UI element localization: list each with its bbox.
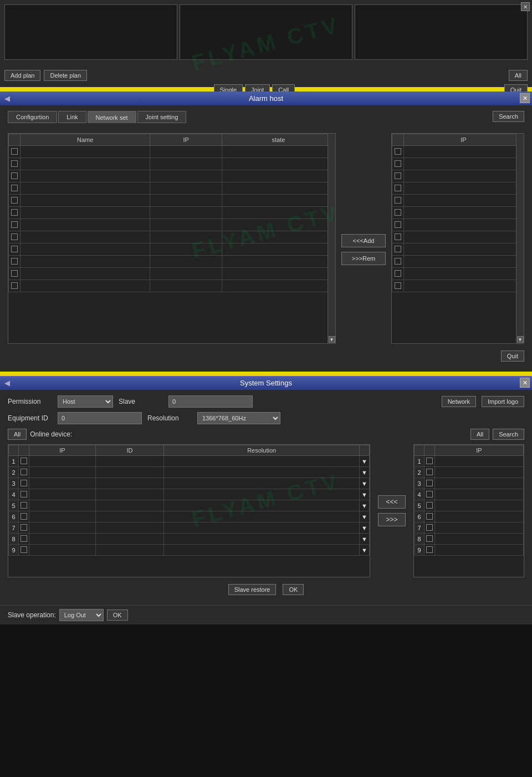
left-table-scrollbar[interactable]: ▼ (328, 134, 335, 343)
tab-link[interactable]: Link (58, 111, 86, 123)
preview-box-3 (355, 4, 528, 60)
table-row: 2 (415, 467, 524, 478)
col-resolution-device: Resolution (164, 445, 360, 456)
table-row (392, 268, 524, 280)
delete-plan-button[interactable]: Delete plan (44, 70, 87, 81)
table-row: 1▼ (9, 456, 370, 467)
table-row (392, 256, 524, 268)
slave-op-row: Slave operation: Log Out OK (0, 605, 532, 624)
alarm-host-title-bar: ◀ Alarm host ✕ (0, 92, 532, 105)
section1-panel: FLYAM CTV Add plan Delete plan All Singl… (0, 0, 532, 89)
device-right-table: IP 1 2 3 4 5 6 7 8 9 (414, 445, 524, 556)
table-row: 8 (415, 534, 524, 545)
resolution-label: Resolution (147, 414, 192, 422)
tab-joint-setting[interactable]: Joint setting (137, 111, 187, 123)
table-row (392, 182, 524, 195)
table-row: 6▼ (9, 511, 370, 522)
table-row: 4 (415, 489, 524, 500)
table-row (9, 158, 335, 170)
all-button-s3[interactable]: All (8, 429, 27, 440)
table-row (9, 146, 335, 158)
settings-form: Permission Host Slave Network Import log… (0, 390, 532, 605)
table-row: 9▼ (9, 545, 370, 556)
all-button-s1[interactable]: All (509, 70, 528, 81)
table-row (9, 170, 335, 182)
table-row: 5▼ (9, 500, 370, 511)
rem-button[interactable]: >>>Rem (341, 252, 386, 265)
all-button-s3-right[interactable]: All (470, 429, 489, 440)
title-arrow-icon-s3: ◀ (4, 379, 10, 387)
col-state: state (222, 134, 335, 146)
table-row: 2▼ (9, 467, 370, 478)
import-logo-button[interactable]: Import logo (482, 396, 524, 407)
table-row (392, 146, 524, 158)
table-row (9, 243, 335, 256)
slave-op-select[interactable]: Log Out (59, 609, 104, 621)
table-row (392, 280, 524, 292)
preview-box-1 (4, 4, 177, 60)
col-ip: IP (150, 134, 222, 146)
table-row (9, 219, 335, 231)
table-row: 4▼ (9, 489, 370, 500)
equipment-id-input[interactable] (58, 412, 142, 424)
table-row: 7▼ (9, 522, 370, 534)
device-section: IP ID Resolution 1▼ 2▼ 3▼ 4▼ 5▼ 6▼ 7▼ (8, 444, 524, 577)
table-row: 8▼ (9, 534, 370, 545)
add-device-button[interactable]: <<< (378, 495, 406, 509)
tab-network-set[interactable]: Network set (88, 111, 136, 123)
table-row: 5 (415, 500, 524, 511)
table-row (9, 182, 335, 195)
table-row: 3 (415, 478, 524, 489)
device-toolbar: All Online device: All Search (8, 429, 524, 440)
alarm-host-tab-bar: Configurtion Link Network set Joint sett… (8, 111, 186, 123)
search-button-s3[interactable]: Search (493, 429, 524, 440)
alarm-host-title: Alarm host (249, 94, 283, 103)
col-ip-right: IP (404, 134, 524, 146)
slave-restore-button[interactable]: Slave restore (228, 584, 277, 595)
table-row (9, 280, 335, 292)
table-row (9, 207, 335, 219)
system-settings-dialog: FLYAM CTV ◀ System Settings ✕ Permission… (0, 376, 532, 624)
rem-device-button[interactable]: >>> (378, 513, 406, 526)
add-button[interactable]: <<<Add (341, 234, 386, 247)
alarm-host-search-button[interactable]: Search (493, 111, 524, 122)
resolution-select[interactable]: 1366*768_60Hz (197, 412, 280, 424)
add-plan-button[interactable]: Add plan (4, 70, 40, 81)
system-settings-close-button[interactable]: ✕ (520, 378, 530, 388)
device-left-table-wrap: IP ID Resolution 1▼ 2▼ 3▼ 4▼ 5▼ 6▼ 7▼ (8, 444, 370, 577)
slave-label: Slave (119, 398, 163, 405)
ok-button-s3[interactable]: OK (283, 584, 304, 595)
alarm-host-close-button[interactable]: ✕ (520, 93, 530, 103)
system-settings-title: System Settings (240, 379, 292, 387)
alarm-left-table-container: Name IP state (8, 133, 336, 344)
right-table-scrollbar[interactable]: ▼ (516, 134, 524, 343)
scroll-down-icon-right[interactable]: ▼ (517, 336, 524, 343)
alarm-right-table: IP (392, 134, 524, 292)
alarm-mid-buttons: <<<Add >>>Rem (341, 234, 386, 265)
slave-input[interactable] (168, 395, 253, 408)
table-row: 1 (415, 456, 524, 467)
device-right-table-wrap: IP 1 2 3 4 5 6 7 8 9 (413, 444, 524, 577)
col-id-device: ID (95, 445, 163, 456)
online-device-label: Online device: (30, 430, 72, 438)
settings-footer: Slave restore OK (8, 584, 524, 600)
equipment-id-label: Equipment ID (8, 414, 52, 422)
alarm-left-table: Name IP state (8, 134, 335, 292)
slave-ok-button[interactable]: OK (107, 610, 128, 621)
slave-op-label: Slave operation: (8, 611, 56, 619)
table-row: 9 (415, 545, 524, 556)
alarm-host-content: Configurtion Link Network set Joint sett… (0, 105, 532, 372)
table-row (9, 195, 335, 207)
table-row: 6 (415, 511, 524, 522)
network-button[interactable]: Network (442, 396, 476, 407)
table-row (9, 268, 335, 280)
permission-select[interactable]: Host (58, 395, 113, 408)
scroll-down-icon[interactable]: ▼ (329, 336, 335, 343)
equipment-id-row: Equipment ID Resolution 1366*768_60Hz (8, 412, 524, 424)
col-name: Name (21, 134, 150, 146)
close-icon-s1[interactable]: ✕ (521, 2, 530, 11)
tab-configurtion[interactable]: Configurtion (8, 111, 57, 123)
table-row (392, 170, 524, 182)
quit-button-alarm[interactable]: Quit (501, 351, 524, 362)
table-row (392, 231, 524, 243)
